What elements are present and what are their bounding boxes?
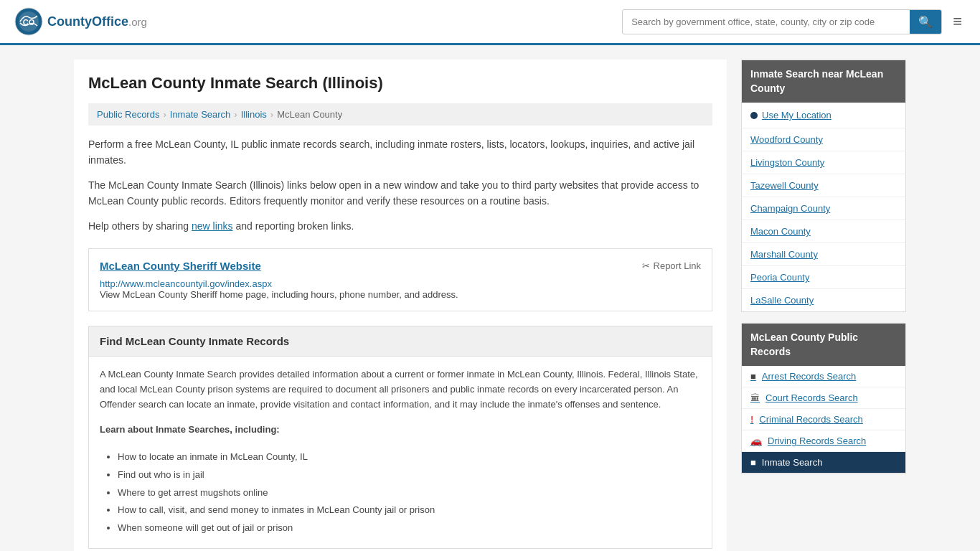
hamburger-menu-icon[interactable]: ≡ bbox=[949, 9, 966, 34]
sidebar-public-records-section: McLean County Public Records ■ Arrest Re… bbox=[741, 323, 906, 474]
sidebar-item-livingston-county[interactable]: Livingston County bbox=[742, 151, 905, 174]
report-link-button[interactable]: ✂ Report Link bbox=[642, 260, 701, 271]
court-records-icon: 🏛 bbox=[750, 392, 760, 403]
sidebar-item-champaign-county[interactable]: Champaign County bbox=[742, 197, 905, 220]
new-links-link[interactable]: new links bbox=[192, 220, 233, 232]
sidebar-item-marshall-county[interactable]: Marshall County bbox=[742, 243, 905, 266]
description-3: Help others by sharing new links and rep… bbox=[88, 218, 712, 234]
sidebar-item-lasalle-county[interactable]: LaSalle County bbox=[742, 289, 905, 311]
list-item: How to call, visit, and send money to in… bbox=[118, 501, 701, 519]
header: CO CountyOffice.org 🔍 ≡ bbox=[0, 0, 980, 45]
breadcrumb-current: McLean County bbox=[277, 109, 342, 120]
sidebar-inmate-search[interactable]: ■ Inmate Search bbox=[742, 452, 905, 474]
inmate-search-icon: ■ bbox=[750, 457, 756, 468]
search-button[interactable]: 🔍 bbox=[910, 10, 941, 34]
sidebar-court-records[interactable]: 🏛 Court Records Search bbox=[742, 387, 905, 409]
header-right: 🔍 ≡ bbox=[622, 9, 966, 34]
driving-records-icon: 🚗 bbox=[750, 435, 762, 446]
sidebar-public-records-header: McLean County Public Records bbox=[742, 324, 905, 366]
resource-header: McLean County Sheriff Website ✂ Report L… bbox=[100, 260, 701, 272]
location-dot-icon bbox=[750, 112, 758, 119]
main-container: McLean County Inmate Search (Illinois) P… bbox=[60, 45, 920, 551]
description-2: The McLean County Inmate Search (Illinoi… bbox=[88, 177, 712, 209]
logo-area: CO CountyOffice.org bbox=[14, 7, 147, 36]
sidebar-arrest-records[interactable]: ■ Arrest Records Search bbox=[742, 366, 905, 387]
use-my-location[interactable]: Use My Location bbox=[742, 103, 905, 128]
sidebar: Inmate Search near McLean County Use My … bbox=[741, 60, 906, 551]
content-area: McLean County Inmate Search (Illinois) P… bbox=[74, 60, 727, 551]
resource-url[interactable]: http://www.mcleancountyil.gov/index.aspx bbox=[100, 278, 272, 289]
criminal-records-icon: ! bbox=[750, 414, 753, 425]
find-section: Find McLean County Inmate Records A McLe… bbox=[88, 326, 712, 549]
find-section-header: Find McLean County Inmate Records bbox=[89, 326, 712, 357]
learn-title: Learn about Inmate Searches, including: bbox=[100, 423, 701, 438]
logo-text: CountyOffice.org bbox=[47, 14, 147, 29]
list-item: Where to get arrest mugshots online bbox=[118, 484, 701, 502]
sidebar-item-woodford-county[interactable]: Woodford County bbox=[742, 128, 905, 151]
search-bar: 🔍 bbox=[622, 9, 942, 34]
list-item: When someone will get out of jail or pri… bbox=[118, 519, 701, 537]
description-1: Perform a free McLean County, IL public … bbox=[88, 136, 712, 169]
sidebar-item-tazewell-county[interactable]: Tazewell County bbox=[742, 174, 905, 197]
arrest-records-icon: ■ bbox=[750, 371, 756, 382]
breadcrumb-inmate-search[interactable]: Inmate Search bbox=[170, 109, 231, 120]
search-input[interactable] bbox=[623, 11, 910, 32]
list-item: Find out who is in jail bbox=[118, 466, 701, 484]
resource-description: View McLean County Sheriff home page, in… bbox=[100, 289, 701, 300]
list-item: How to locate an inmate in McLean County… bbox=[118, 448, 701, 466]
page-title: McLean County Inmate Search (Illinois) bbox=[88, 74, 712, 93]
logo-icon: CO bbox=[14, 7, 43, 36]
sidebar-driving-records[interactable]: 🚗 Driving Records Search bbox=[742, 430, 905, 452]
sidebar-inmate-search-header: Inmate Search near McLean County bbox=[742, 60, 905, 103]
resource-card: McLean County Sheriff Website ✂ Report L… bbox=[88, 248, 712, 311]
learn-list: How to locate an inmate in McLean County… bbox=[100, 448, 701, 537]
sidebar-item-macon-county[interactable]: Macon County bbox=[742, 220, 905, 243]
find-section-content: A McLean County Inmate Search provides d… bbox=[89, 357, 712, 548]
sidebar-criminal-records[interactable]: ! Criminal Records Search bbox=[742, 409, 905, 430]
resource-title[interactable]: McLean County Sheriff Website bbox=[100, 260, 261, 272]
sidebar-item-peoria-county[interactable]: Peoria County bbox=[742, 266, 905, 289]
breadcrumb-public-records[interactable]: Public Records bbox=[97, 109, 159, 120]
report-icon: ✂ bbox=[642, 260, 650, 271]
sidebar-inmate-search-section: Inmate Search near McLean County Use My … bbox=[741, 60, 906, 312]
breadcrumb-illinois[interactable]: Illinois bbox=[241, 109, 267, 120]
breadcrumb: Public Records › Inmate Search › Illinoi… bbox=[88, 103, 712, 126]
find-body: A McLean County Inmate Search provides d… bbox=[100, 367, 701, 412]
